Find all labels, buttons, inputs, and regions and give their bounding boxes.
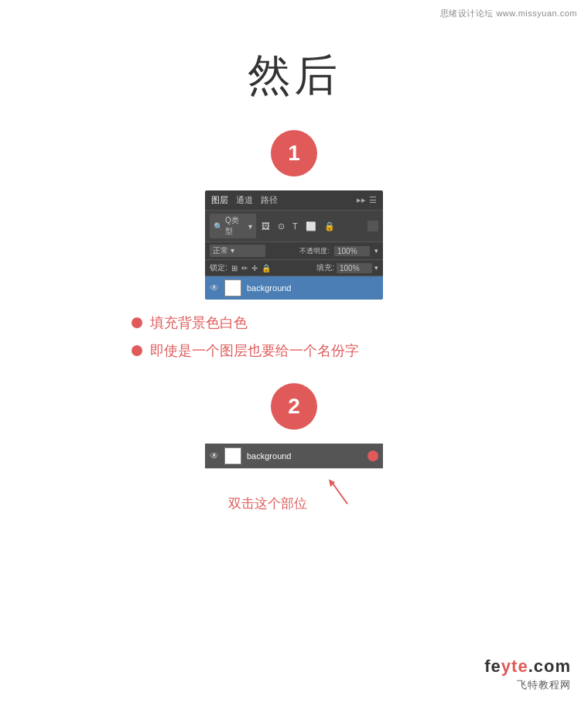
opacity-field[interactable]: 100% bbox=[334, 246, 370, 256]
search-dropdown-icon: ▾ bbox=[248, 222, 252, 231]
layer-visibility-icon[interactable]: 👁 bbox=[210, 283, 219, 293]
filter-icon2[interactable]: ⊙ bbox=[275, 221, 287, 232]
fill-label: 填充: bbox=[316, 262, 334, 273]
fill-arrow-icon: ▾ bbox=[374, 264, 378, 272]
bullet-section-step1: 填充背景色白色 即使是一个图层也要给一个名份字 bbox=[132, 314, 456, 360]
lock-icon-brush: ✏ bbox=[241, 264, 248, 272]
filter-icon1[interactable]: 🖼 bbox=[259, 221, 272, 231]
red-dot-indicator bbox=[368, 451, 378, 461]
annotation-arrow bbox=[324, 476, 355, 507]
layer-row-step2[interactable]: 👁 background bbox=[205, 444, 383, 468]
step1-circle: 1 bbox=[271, 130, 317, 176]
bottom-logo: feyte.com 飞特教程网 bbox=[484, 656, 571, 692]
ps-panel-step1: 图层 通道 路径 ▸▸ ☰ 🔍 Q类型 ▾ 🖼 ⊙ T ⬜ 🔒 bbox=[205, 190, 383, 300]
lock-icon-move: ✛ bbox=[251, 264, 258, 272]
panel-menu-icon[interactable]: ☰ bbox=[369, 195, 377, 205]
opacity-arrow-icon: ▾ bbox=[374, 247, 378, 255]
panel-expand-icon: ▸▸ bbox=[357, 195, 366, 205]
opacity-label: 不透明度: bbox=[299, 246, 330, 256]
bullet-item-1: 填充背景色白色 bbox=[132, 314, 456, 332]
filter-icon3[interactable]: T bbox=[290, 221, 300, 231]
layer2-visibility-icon[interactable]: 👁 bbox=[210, 451, 219, 461]
logo-top: feyte.com bbox=[484, 656, 571, 677]
annotation-area: 双击这个部位 bbox=[205, 479, 383, 518]
layer-search-box[interactable]: 🔍 Q类型 ▾ bbox=[210, 214, 256, 238]
layer2-name: background bbox=[247, 451, 378, 461]
layer-name: background bbox=[247, 283, 378, 293]
svg-line-0 bbox=[332, 482, 347, 504]
logo-text-right: .com bbox=[528, 656, 571, 676]
tab-paths[interactable]: 路径 bbox=[261, 194, 278, 206]
annotation-text: 双击这个部位 bbox=[228, 495, 307, 512]
logo-text-left: fe bbox=[484, 656, 501, 676]
blend-mode-select[interactable]: 正常 ▾ bbox=[210, 245, 265, 257]
ps-search-toolbar: 🔍 Q类型 ▾ 🖼 ⊙ T ⬜ 🔒 bbox=[205, 211, 383, 242]
logo-text-accent: yte bbox=[501, 656, 528, 676]
filter-icon4[interactable]: ⬜ bbox=[303, 221, 319, 232]
lock-fill-row: 锁定: ⊞ ✏ ✛ 🔒 填充: 100% ▾ bbox=[205, 260, 383, 276]
main-content: 然后 1 图层 通道 路径 ▸▸ ☰ 🔍 Q类型 ▾ 🖼 ⊙ T ⬜ 🔒 bbox=[0, 0, 588, 518]
filter-icon5[interactable]: 🔒 bbox=[322, 221, 337, 232]
lock-icon-all: 🔒 bbox=[262, 264, 271, 272]
blend-mode-value: 正常 bbox=[213, 246, 228, 255]
ps-panel-header: 图层 通道 路径 ▸▸ ☰ bbox=[205, 190, 383, 211]
blend-dropdown-icon: ▾ bbox=[231, 246, 234, 255]
bullet-dot-2 bbox=[132, 345, 142, 356]
bullet-text-2: 即使是一个图层也要给一个名份字 bbox=[150, 341, 359, 360]
blend-opacity-row: 正常 ▾ 不透明度: 100% ▾ bbox=[205, 242, 383, 260]
tab-layers[interactable]: 图层 bbox=[211, 194, 228, 206]
search-icon: 🔍 bbox=[214, 222, 223, 231]
layer2-thumbnail bbox=[224, 447, 241, 464]
fill-field[interactable]: 100% bbox=[337, 263, 372, 273]
bullet-text-1: 填充背景色白色 bbox=[150, 314, 248, 332]
layer-row-background[interactable]: 👁 background bbox=[205, 276, 383, 300]
search-label: Q类型 bbox=[225, 215, 246, 237]
layer-color-box bbox=[368, 221, 378, 231]
watermark: 思绪设计论坛 www.missyuan.com bbox=[440, 8, 577, 19]
tab-channels[interactable]: 通道 bbox=[236, 194, 253, 206]
layer-thumbnail bbox=[224, 279, 241, 296]
bullet-item-2: 即使是一个图层也要给一个名份字 bbox=[132, 341, 456, 360]
lock-icon-chess: ⊞ bbox=[231, 264, 238, 272]
lock-label: 锁定: bbox=[210, 262, 227, 273]
page-title: 然后 bbox=[248, 46, 340, 105]
ps-panel-step2: 👁 background bbox=[205, 444, 383, 468]
step2-circle: 2 bbox=[271, 383, 317, 430]
bullet-dot-1 bbox=[132, 317, 142, 328]
ps-panel-controls: ▸▸ ☰ bbox=[357, 195, 377, 205]
logo-bottom: 飞特教程网 bbox=[484, 678, 571, 692]
